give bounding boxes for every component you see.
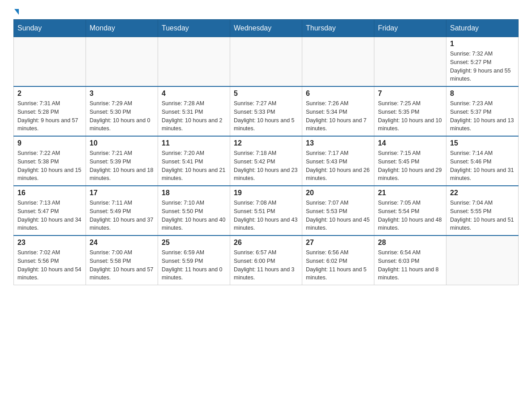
calendar-week-row: 1Sunrise: 7:32 AMSunset: 5:27 PMDaylight… [14,37,519,87]
day-info: Sunrise: 7:17 AMSunset: 5:43 PMDaylight:… [306,149,370,183]
day-number: 7 [378,90,442,98]
day-number: 4 [162,90,226,98]
calendar-day-cell: 2Sunrise: 7:31 AMSunset: 5:28 PMDaylight… [14,86,86,136]
day-number: 27 [306,239,370,247]
day-number: 19 [234,189,298,197]
day-info: Sunrise: 7:07 AMSunset: 5:53 PMDaylight:… [306,199,370,232]
col-header-tuesday: Tuesday [158,20,230,37]
day-info: Sunrise: 7:29 AMSunset: 5:30 PMDaylight:… [90,99,154,133]
day-number: 26 [234,239,298,247]
calendar-day-cell: 17Sunrise: 7:11 AMSunset: 5:49 PMDayligh… [86,186,158,235]
day-number: 16 [17,189,82,197]
day-info: Sunrise: 7:10 AMSunset: 5:50 PMDaylight:… [162,199,226,232]
col-header-thursday: Thursday [302,20,374,37]
calendar-day-cell: 10Sunrise: 7:21 AMSunset: 5:39 PMDayligh… [86,136,158,186]
calendar-day-cell: 12Sunrise: 7:18 AMSunset: 5:42 PMDayligh… [230,136,302,186]
calendar-day-cell: 7Sunrise: 7:25 AMSunset: 5:35 PMDaylight… [374,86,446,136]
calendar-day-cell: 9Sunrise: 7:22 AMSunset: 5:38 PMDaylight… [14,136,86,186]
day-info: Sunrise: 7:14 AMSunset: 5:46 PMDaylight:… [450,149,515,183]
day-number: 1 [450,40,515,48]
calendar-header-row: SundayMondayTuesdayWednesdayThursdayFrid… [14,20,519,37]
day-info: Sunrise: 7:02 AMSunset: 5:56 PMDaylight:… [17,248,82,282]
day-info: Sunrise: 6:57 AMSunset: 6:00 PMDaylight:… [234,248,298,282]
calendar-day-cell: 14Sunrise: 7:15 AMSunset: 5:45 PMDayligh… [374,136,446,186]
day-number: 24 [90,239,154,247]
day-number: 23 [17,239,82,247]
day-info: Sunrise: 7:20 AMSunset: 5:41 PMDaylight:… [162,149,226,183]
day-number: 15 [450,139,515,147]
calendar-day-cell: 6Sunrise: 7:26 AMSunset: 5:34 PMDaylight… [302,86,374,136]
day-number: 11 [162,139,226,147]
day-number: 5 [234,90,298,98]
calendar-day-cell: 1Sunrise: 7:32 AMSunset: 5:27 PMDaylight… [446,37,519,87]
calendar-day-cell [14,37,86,87]
day-number: 2 [17,90,82,98]
day-number: 3 [90,90,154,98]
calendar-day-cell: 15Sunrise: 7:14 AMSunset: 5:46 PMDayligh… [446,136,519,186]
day-info: Sunrise: 6:59 AMSunset: 5:59 PMDaylight:… [162,248,226,282]
calendar-day-cell: 21Sunrise: 7:05 AMSunset: 5:54 PMDayligh… [374,186,446,235]
col-header-saturday: Saturday [446,20,519,37]
day-info: Sunrise: 6:54 AMSunset: 6:03 PMDaylight:… [378,248,442,282]
calendar-day-cell: 5Sunrise: 7:27 AMSunset: 5:33 PMDaylight… [230,86,302,136]
calendar-day-cell [158,37,230,87]
day-info: Sunrise: 7:08 AMSunset: 5:51 PMDaylight:… [234,199,298,232]
day-info: Sunrise: 7:32 AMSunset: 5:27 PMDaylight:… [450,50,515,83]
day-info: Sunrise: 7:31 AMSunset: 5:28 PMDaylight:… [17,99,82,133]
calendar-day-cell [446,235,519,285]
day-info: Sunrise: 7:25 AMSunset: 5:35 PMDaylight:… [378,99,442,133]
page-header [13,9,519,15]
logo-arrow-icon [14,9,19,15]
day-info: Sunrise: 7:28 AMSunset: 5:31 PMDaylight:… [162,99,226,133]
day-number: 12 [234,139,298,147]
calendar-day-cell [86,37,158,87]
calendar-day-cell: 8Sunrise: 7:23 AMSunset: 5:37 PMDaylight… [446,86,519,136]
calendar-week-row: 9Sunrise: 7:22 AMSunset: 5:38 PMDaylight… [14,136,519,186]
calendar-day-cell: 28Sunrise: 6:54 AMSunset: 6:03 PMDayligh… [374,235,446,285]
day-number: 20 [306,189,370,197]
calendar-day-cell: 19Sunrise: 7:08 AMSunset: 5:51 PMDayligh… [230,186,302,235]
calendar-week-row: 16Sunrise: 7:13 AMSunset: 5:47 PMDayligh… [14,186,519,235]
day-number: 10 [90,139,154,147]
calendar-day-cell: 22Sunrise: 7:04 AMSunset: 5:55 PMDayligh… [446,186,519,235]
calendar-day-cell: 26Sunrise: 6:57 AMSunset: 6:00 PMDayligh… [230,235,302,285]
calendar-day-cell: 24Sunrise: 7:00 AMSunset: 5:58 PMDayligh… [86,235,158,285]
day-info: Sunrise: 7:22 AMSunset: 5:38 PMDaylight:… [17,149,82,183]
day-info: Sunrise: 7:11 AMSunset: 5:49 PMDaylight:… [90,199,154,232]
calendar-day-cell: 3Sunrise: 7:29 AMSunset: 5:30 PMDaylight… [86,86,158,136]
day-number: 25 [162,239,226,247]
day-number: 13 [306,139,370,147]
col-header-sunday: Sunday [14,20,86,37]
calendar-table: SundayMondayTuesdayWednesdayThursdayFrid… [13,19,519,285]
day-info: Sunrise: 7:15 AMSunset: 5:45 PMDaylight:… [378,149,442,183]
calendar-day-cell: 20Sunrise: 7:07 AMSunset: 5:53 PMDayligh… [302,186,374,235]
calendar-day-cell [230,37,302,87]
day-number: 9 [17,139,82,147]
calendar-day-cell: 11Sunrise: 7:20 AMSunset: 5:41 PMDayligh… [158,136,230,186]
calendar-day-cell [302,37,374,87]
day-number: 6 [306,90,370,98]
day-number: 28 [378,239,442,247]
col-header-friday: Friday [374,20,446,37]
calendar-day-cell [374,37,446,87]
calendar-day-cell: 4Sunrise: 7:28 AMSunset: 5:31 PMDaylight… [158,86,230,136]
day-info: Sunrise: 7:21 AMSunset: 5:39 PMDaylight:… [90,149,154,183]
day-info: Sunrise: 7:00 AMSunset: 5:58 PMDaylight:… [90,248,154,282]
day-info: Sunrise: 7:27 AMSunset: 5:33 PMDaylight:… [234,99,298,133]
calendar-day-cell: 18Sunrise: 7:10 AMSunset: 5:50 PMDayligh… [158,186,230,235]
day-info: Sunrise: 7:05 AMSunset: 5:54 PMDaylight:… [378,199,442,232]
col-header-monday: Monday [86,20,158,37]
calendar-week-row: 2Sunrise: 7:31 AMSunset: 5:28 PMDaylight… [14,86,519,136]
day-info: Sunrise: 7:18 AMSunset: 5:42 PMDaylight:… [234,149,298,183]
calendar-week-row: 23Sunrise: 7:02 AMSunset: 5:56 PMDayligh… [14,235,519,285]
day-info: Sunrise: 7:04 AMSunset: 5:55 PMDaylight:… [450,199,515,232]
col-header-wednesday: Wednesday [230,20,302,37]
calendar-day-cell: 13Sunrise: 7:17 AMSunset: 5:43 PMDayligh… [302,136,374,186]
day-number: 22 [450,189,515,197]
day-number: 17 [90,189,154,197]
calendar-day-cell: 27Sunrise: 6:56 AMSunset: 6:02 PMDayligh… [302,235,374,285]
day-number: 18 [162,189,226,197]
day-info: Sunrise: 7:23 AMSunset: 5:37 PMDaylight:… [450,99,515,133]
calendar-day-cell: 23Sunrise: 7:02 AMSunset: 5:56 PMDayligh… [14,235,86,285]
day-info: Sunrise: 6:56 AMSunset: 6:02 PMDaylight:… [306,248,370,282]
